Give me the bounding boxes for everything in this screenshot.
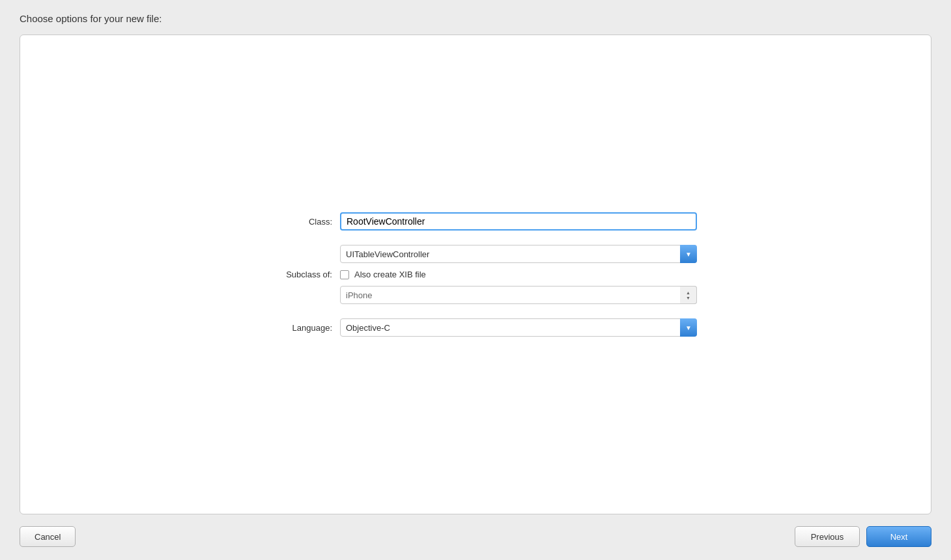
- form-container: Class: Subclass of: UITableViewControlle…: [254, 212, 697, 337]
- xib-checkbox[interactable]: [340, 270, 349, 279]
- class-input-area: [340, 212, 697, 231]
- class-row: Class:: [254, 212, 697, 231]
- class-label: Class:: [254, 217, 332, 227]
- subclass-control-area: UITableViewController Also create XIB fi…: [340, 245, 697, 304]
- main-panel: Class: Subclass of: UITableViewControlle…: [20, 35, 931, 514]
- next-button[interactable]: Next: [866, 526, 931, 547]
- language-select[interactable]: Objective-C: [340, 318, 697, 337]
- xib-row: Also create XIB file: [340, 270, 697, 279]
- device-select-wrapper: iPhone: [340, 286, 697, 304]
- language-row: Language: Objective-C: [254, 318, 697, 337]
- subclass-select-wrapper: UITableViewController: [340, 245, 697, 263]
- page-title: Choose options for your new file:: [20, 13, 931, 24]
- class-input[interactable]: [340, 212, 697, 231]
- language-control-area: Objective-C: [340, 318, 697, 337]
- language-label: Language:: [254, 323, 332, 333]
- subclass-select[interactable]: UITableViewController: [340, 245, 697, 263]
- subclass-label: Subclass of:: [254, 270, 332, 279]
- xib-label: Also create XIB file: [354, 270, 426, 279]
- language-select-wrapper: Objective-C: [340, 318, 697, 337]
- subclass-row: Subclass of: UITableViewController Also …: [254, 245, 697, 304]
- device-select[interactable]: iPhone: [340, 286, 697, 304]
- bottom-bar: Cancel Previous Next: [20, 526, 931, 547]
- right-buttons: Previous Next: [795, 526, 931, 547]
- cancel-button[interactable]: Cancel: [20, 526, 76, 547]
- previous-button[interactable]: Previous: [795, 526, 860, 547]
